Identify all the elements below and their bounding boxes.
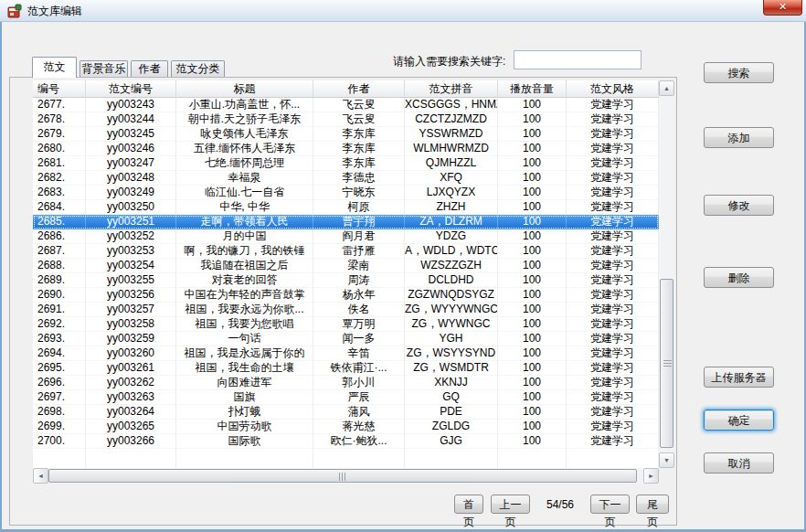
dialog-window: 范文库编辑 ✕ 范文 背景音乐 作者 范文分类 请输入需要搜索关键字: 编号范文… bbox=[0, 0, 806, 532]
table-cell: 100 bbox=[498, 273, 567, 288]
search-input[interactable] bbox=[514, 50, 642, 69]
table-row[interactable]: 2678.yy003244朝中措.天之骄子毛泽东飞云叟CZCTZJZMZD100… bbox=[33, 112, 659, 127]
scroll-right-button[interactable]: ► bbox=[643, 468, 659, 484]
table-cell: yy003252 bbox=[86, 229, 176, 244]
first-page-button[interactable]: 首页 bbox=[454, 495, 483, 514]
column-header[interactable]: 标题 bbox=[176, 80, 313, 98]
table-cell: 党建学习 bbox=[567, 244, 659, 259]
table-cell: 铁依甫江·... bbox=[313, 361, 405, 376]
table-row[interactable]: 2697.yy003263国旗严辰GQ100党建学习 bbox=[33, 390, 659, 405]
horizontal-scrollbar-thumb[interactable] bbox=[48, 469, 637, 483]
delete-button[interactable]: 删除 bbox=[704, 267, 774, 288]
table-cell: 党建学习 bbox=[567, 317, 659, 332]
table-cell: QJMHZZL bbox=[405, 156, 498, 171]
prev-page-button[interactable]: 上一页 bbox=[491, 495, 530, 514]
table-cell: 党建学习 bbox=[567, 376, 659, 390]
table-cell: WZSZZGZH bbox=[405, 259, 498, 273]
tab-background-music[interactable]: 背景音乐 bbox=[80, 60, 128, 77]
title-bar[interactable]: 范文库编辑 ✕ bbox=[0, 0, 806, 22]
table-row[interactable]: 2698.yy003264扑灯蛾蒲风PDE100党建学习 bbox=[33, 405, 659, 420]
table-cell: A，WDLD，WDTC bbox=[405, 244, 498, 259]
table-cell bbox=[405, 449, 498, 468]
scroll-down-button[interactable]: ▼ bbox=[659, 452, 674, 468]
table-row[interactable]: 2688.yy003254我追随在祖国之后梁南WZSZZGZH100党建学习 bbox=[33, 259, 659, 273]
vertical-scrollbar[interactable]: ▲ ▼ bbox=[659, 80, 674, 468]
table-row[interactable]: 2683.yy003249临江仙.七一自省宁晓东LJXQYZX100党建学习 bbox=[33, 186, 659, 200]
column-header[interactable]: 范文编号 bbox=[86, 80, 176, 98]
table-cell: 100 bbox=[498, 215, 567, 229]
table-cell: yy003258 bbox=[86, 317, 176, 332]
table-cell: yy003263 bbox=[86, 390, 176, 405]
edit-button[interactable]: 修改 bbox=[704, 195, 774, 216]
table-cell: XKNJJ bbox=[405, 376, 498, 390]
table-cell: 100 bbox=[498, 171, 567, 186]
table-cell: 李东库 bbox=[313, 156, 405, 171]
table-cell: 100 bbox=[498, 405, 567, 420]
column-header[interactable]: 作者 bbox=[313, 80, 405, 98]
search-button[interactable]: 搜索 bbox=[704, 62, 774, 83]
table-cell: 2683. bbox=[33, 186, 86, 200]
table-cell: YGH bbox=[405, 332, 498, 346]
scroll-left-button[interactable]: ◄ bbox=[33, 468, 48, 484]
next-page-button[interactable]: 下一页 bbox=[590, 495, 630, 514]
table-cell: 月的中国 bbox=[176, 229, 313, 244]
table-row[interactable]: 2691.yy003257祖国，我要永远为你歌...佚名ZG，WYYYWNGC!… bbox=[33, 303, 659, 317]
tab-fanwen[interactable]: 范文 bbox=[32, 57, 77, 78]
table-row[interactable]: 2693.yy003259一句话闻一多YGH100党建学习 bbox=[33, 332, 659, 346]
table-cell: 李东库 bbox=[313, 142, 405, 156]
table-cell: 党建学习 bbox=[567, 215, 659, 229]
vertical-scrollbar-thumb[interactable] bbox=[660, 279, 673, 448]
table-row[interactable]: 2700.yy003266国际歌欧仁·鲍狄...GJG100党建学习 bbox=[33, 434, 659, 449]
tab-author[interactable]: 作者 bbox=[131, 60, 168, 77]
table-header: 编号范文编号标题作者范文拼音播放音量范文风格 bbox=[33, 80, 659, 98]
column-header[interactable]: 编号 bbox=[33, 80, 86, 98]
last-page-button[interactable]: 尾页 bbox=[636, 495, 669, 514]
table-cell: 党建学习 bbox=[567, 346, 659, 361]
tab-fanwen-category[interactable]: 范文分类 bbox=[171, 60, 225, 77]
table-row[interactable]: 2690.yy003256中国在为年轻的声音鼓掌杨永年ZGZWNQDSYGZ10… bbox=[33, 288, 659, 303]
table-cell: 2678. bbox=[33, 112, 86, 127]
table-cell: 100 bbox=[498, 127, 567, 142]
table-row[interactable]: 2687.yy003253啊，我的镰刀，我的铁锤雷抒雁A，WDLD，WDTC10… bbox=[33, 244, 659, 259]
table-row[interactable]: 2679.yy003245咏史颂伟人毛泽东李东库YSSWRMZD100党建学习 bbox=[33, 127, 659, 142]
table-row[interactable]: 2681.yy003247七绝.缅怀周总理李东库QJMHZZL100党建学习 bbox=[33, 156, 659, 171]
table-row[interactable]: 2685.yy003251走啊，带领着人民曹宇翔ZA，DLZRM100党建学习 bbox=[33, 215, 659, 229]
table-cell: 蒲风 bbox=[313, 405, 405, 420]
table-cell: 小重山.功高盖世，怀... bbox=[176, 98, 313, 112]
table-row[interactable]: 2695.yy003261祖国，我生命的土壤铁依甫江·...ZG，WSMDTR1… bbox=[33, 361, 659, 376]
table-cell: 2696. bbox=[33, 376, 86, 390]
table-cell: 欧仁·鲍狄... bbox=[313, 434, 405, 449]
table-cell: 幸福泉 bbox=[176, 171, 313, 186]
table-row[interactable]: 2696.yy003262向困难进军郭小川XKNJJ100党建学习 bbox=[33, 376, 659, 390]
table-cell: 走啊，带领着人民 bbox=[176, 215, 313, 229]
table-row[interactable]: 2692.yy003258祖国，我要为您歌唱覃万明ZG，WYWNGC100党建学… bbox=[33, 317, 659, 332]
column-header[interactable]: 播放音量 bbox=[498, 80, 567, 98]
table-cell: ZGLDG bbox=[405, 420, 498, 434]
column-header[interactable]: 范文拼音 bbox=[405, 80, 498, 98]
table-row[interactable]: 2680.yy003246五律.缅怀伟人毛泽东李东库WLMHWRMZD100党建… bbox=[33, 142, 659, 156]
table-cell: XFQ bbox=[405, 171, 498, 186]
table-row[interactable]: 2699.yy003265中国劳动歌蒋光慈ZGLDG100党建学习 bbox=[33, 420, 659, 434]
table-cell: LJXQYZX bbox=[405, 186, 498, 200]
add-button[interactable]: 添加 bbox=[704, 127, 774, 148]
scroll-up-button[interactable]: ▲ bbox=[659, 80, 674, 96]
table-cell: yy003244 bbox=[86, 112, 176, 127]
table-cell: 辛笛 bbox=[313, 346, 405, 361]
cancel-button[interactable]: 取消 bbox=[704, 452, 774, 473]
table-row[interactable]: 2682.yy003248幸福泉李德忠XFQ100党建学习 bbox=[33, 171, 659, 186]
table-row[interactable]: 2694.yy003260祖国，我是永远属于你的辛笛ZG，WSYYSYND100… bbox=[33, 346, 659, 361]
table-cell: 党建学习 bbox=[567, 361, 659, 376]
horizontal-scrollbar[interactable]: ◄ ► bbox=[33, 468, 659, 484]
scroll-down-icon: ▼ bbox=[663, 457, 670, 463]
table-cell: yy003253 bbox=[86, 244, 176, 259]
table-row[interactable]: 2689.yy003255对衰老的回答周涛DCLDHD100党建学习 bbox=[33, 273, 659, 288]
table-row[interactable]: 2677.yy003243小重山.功高盖世，怀...飞云叟XCSGGGS，HNM… bbox=[33, 98, 659, 112]
table-row[interactable]: 2686.yy003252月的中国阎月君YDZG100党建学习 bbox=[33, 229, 659, 244]
table-cell: 党建学习 bbox=[567, 390, 659, 405]
close-button[interactable]: ✕ bbox=[763, 0, 802, 16]
table-row[interactable]: 2684.yy003250中华, 中华柯原ZHZH100党建学习 bbox=[33, 200, 659, 215]
column-header[interactable]: 范文风格 bbox=[567, 80, 659, 98]
ok-button[interactable]: 确定 bbox=[704, 410, 774, 431]
upload-server-button[interactable]: 上传服务器 bbox=[704, 367, 774, 388]
table-cell: 曹宇翔 bbox=[313, 215, 405, 229]
